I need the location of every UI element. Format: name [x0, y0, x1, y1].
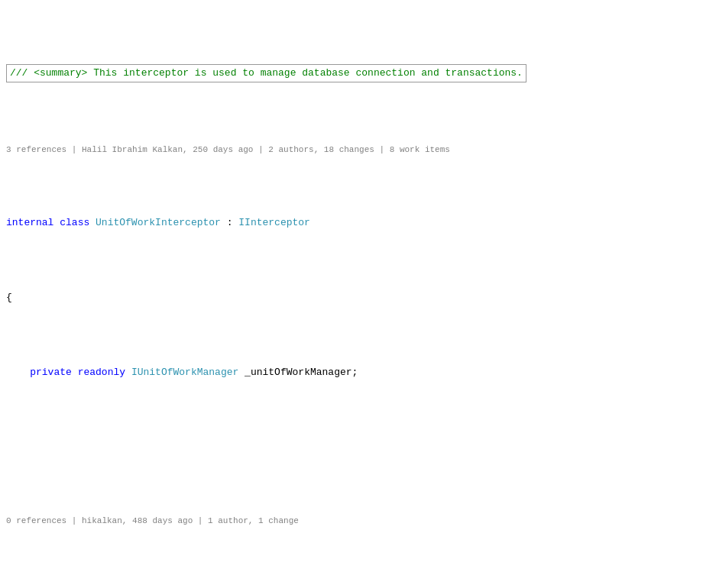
meta-info-1: 3 references | Halil Ibrahim Kalkan, 250…	[0, 144, 716, 157]
kw-internal: internal	[6, 217, 53, 228]
kw-readonly: readonly	[78, 367, 125, 378]
type-iunitofworkmanager-1: IUnitOfWorkManager	[131, 367, 238, 378]
field-line: private readonly IUnitOfWorkManager _uni…	[0, 365, 716, 380]
type-unitofworkinterceptor: UnitOfWorkInterceptor	[96, 217, 221, 228]
summary-line-1: /// <summary> This interceptor is used t…	[0, 63, 716, 84]
empty-line-1	[0, 440, 716, 455]
type-iinterceptor: IInterceptor	[238, 217, 310, 228]
kw-class: class	[60, 217, 89, 228]
summary-box-1: /// <summary> This interceptor is used t…	[6, 64, 526, 82]
brace-open-class: {	[0, 290, 716, 305]
class-decl-line: internal class UnitOfWorkInterceptor : I…	[0, 215, 716, 231]
field-name: _unitOfWorkManager;	[238, 367, 358, 378]
meta-info-2: 0 references | hikalkan, 488 days ago | …	[0, 515, 716, 528]
kw-private-1: private	[30, 367, 72, 378]
code-container: /// <summary> This interceptor is used t…	[0, 0, 716, 588]
